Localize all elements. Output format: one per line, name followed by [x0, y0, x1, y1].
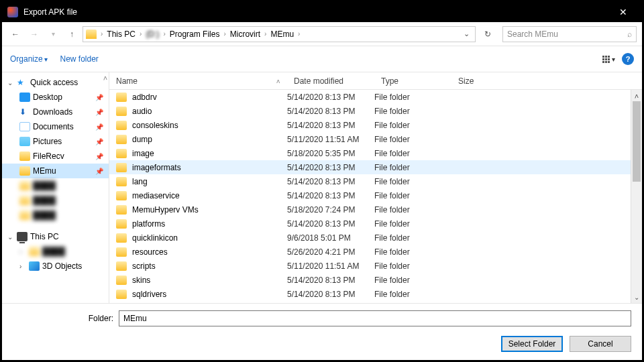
back-button[interactable]: ← — [7, 26, 23, 42]
scrollbar-thumb[interactable] — [633, 101, 641, 182]
address-bar[interactable]: › This PC › (D:) › Program Files › Micro… — [83, 26, 476, 42]
sidebar-item-3d-objects[interactable]: › 3D Objects — [2, 259, 109, 274]
refresh-button[interactable]: ↻ — [480, 29, 496, 39]
file-name: audio — [132, 107, 287, 116]
pin-icon: 📌 — [95, 153, 103, 160]
folder-icon — [86, 29, 97, 39]
navigation-pane: ʌ ⌄ ★ Quick access Desktop 📌 ⬇ Downloads… — [2, 72, 109, 303]
up-button[interactable]: ↑ — [64, 26, 80, 42]
file-type: File folder — [374, 163, 451, 172]
recent-dropdown[interactable]: ▾ — [45, 26, 61, 42]
chevron-right-icon[interactable]: › — [263, 30, 268, 38]
sidebar-item-pictures[interactable]: Pictures 📌 — [2, 134, 109, 149]
file-row[interactable]: mediaservice5/14/2020 8:13 PMFile folder — [109, 188, 642, 202]
folder-name-input[interactable] — [119, 310, 631, 326]
breadcrumb-this-pc[interactable]: This PC — [104, 29, 138, 39]
organize-menu[interactable]: Organize — [10, 54, 48, 64]
column-name[interactable]: Nameʌ — [109, 76, 287, 86]
file-row[interactable]: adbdrv5/14/2020 8:13 PMFile folder — [109, 90, 642, 104]
chevron-right-icon[interactable]: › — [162, 30, 166, 38]
sidebar-item-downloads[interactable]: ⬇ Downloads 📌 — [2, 105, 109, 119]
pin-icon: 📌 — [95, 138, 103, 145]
search-input[interactable]: Search MEmu ⌕ — [502, 26, 637, 42]
close-button[interactable]: ✕ — [610, 7, 637, 17]
export-apk-dialog: Export APK file ✕ ← → ▾ ↑ › This PC › (D… — [2, 2, 642, 360]
file-type: File folder — [374, 135, 451, 144]
folder-icon — [116, 191, 127, 200]
file-type: File folder — [374, 107, 451, 116]
pictures-icon — [19, 137, 30, 146]
file-row[interactable]: platforms5/14/2020 8:13 PMFile folder — [109, 217, 642, 231]
view-options-button[interactable]: ▾ — [602, 56, 615, 63]
help-button[interactable]: ? — [622, 53, 634, 65]
folder-icon — [116, 149, 127, 158]
file-name: adbdrv — [132, 93, 287, 102]
file-type: File folder — [374, 121, 451, 130]
folder-icon — [116, 121, 127, 130]
chevron-right-icon: › — [19, 248, 26, 255]
folder-icon — [116, 177, 127, 186]
file-date: 5/14/2020 8:13 PM — [287, 290, 374, 299]
breadcrumb-microvirt[interactable]: Microvirt — [227, 29, 263, 39]
sidebar-item-desktop[interactable]: Desktop 📌 — [2, 90, 109, 105]
file-name: quicklinkicon — [132, 233, 287, 243]
sidebar-item-memu[interactable]: MEmu 📌 — [2, 164, 109, 178]
vertical-scrollbar[interactable]: ʌ ⌄ — [631, 90, 642, 303]
file-row[interactable]: audio5/14/2020 8:13 PMFile folder — [109, 104, 642, 118]
pin-icon: 📌 — [95, 168, 103, 175]
chevron-right-icon[interactable]: › — [138, 30, 143, 38]
file-row[interactable]: skins5/14/2020 8:13 PMFile folder — [109, 273, 642, 287]
address-dropdown[interactable]: ⌄ — [464, 29, 472, 38]
new-folder-button[interactable]: New folder — [60, 54, 98, 64]
pin-icon: 📌 — [95, 109, 103, 116]
breadcrumb-memu[interactable]: MEmu — [268, 29, 297, 39]
chevron-right-icon[interactable]: › — [99, 30, 104, 38]
file-row[interactable]: image5/18/2020 5:35 PMFile folder — [109, 146, 642, 160]
breadcrumb-program-files[interactable]: Program Files — [167, 29, 223, 39]
file-date: 5/14/2020 8:13 PM — [287, 191, 374, 200]
file-row[interactable]: quicklinkicon9/6/2018 5:01 PMFile folder — [109, 231, 642, 245]
file-row[interactable]: resources5/26/2020 4:21 PMFile folder — [109, 245, 642, 259]
file-date: 5/14/2020 8:13 PM — [287, 163, 374, 172]
sidebar-item-documents[interactable]: Documents 📌 — [2, 119, 109, 134]
column-type[interactable]: Type — [374, 76, 451, 86]
cancel-button[interactable]: Cancel — [570, 336, 631, 352]
select-folder-button[interactable]: Select Folder — [501, 336, 563, 352]
file-type: File folder — [374, 93, 451, 102]
pc-icon — [17, 232, 28, 241]
file-type: File folder — [374, 276, 451, 285]
file-row[interactable]: uninstall5/18/2020 10:55 AMFile folder — [109, 301, 642, 303]
scroll-up-button[interactable]: ʌ — [631, 90, 642, 101]
folder-icon — [116, 219, 127, 229]
folder-icon — [29, 247, 40, 256]
scroll-up-icon[interactable]: ʌ — [103, 74, 107, 81]
file-row[interactable]: scripts5/11/2020 11:51 AMFile folder — [109, 259, 642, 273]
column-date[interactable]: Date modified — [287, 76, 374, 86]
sidebar-quick-access[interactable]: ⌄ ★ Quick access — [2, 75, 109, 90]
breadcrumb-drive[interactable]: (D:) — [143, 29, 162, 39]
chevron-right-icon[interactable]: › — [222, 30, 227, 38]
file-row[interactable]: consoleskins5/14/2020 8:13 PMFile folder — [109, 118, 642, 132]
file-row[interactable]: MemuHyperv VMs5/18/2020 7:24 PMFile fold… — [109, 202, 642, 217]
folder-icon — [116, 107, 127, 116]
file-row[interactable]: imageformats5/14/2020 8:13 PMFile folder — [109, 160, 642, 174]
file-date: 5/14/2020 8:13 PM — [287, 219, 374, 229]
column-size[interactable]: Size — [451, 76, 505, 86]
scroll-down-button[interactable]: ⌄ — [631, 292, 642, 303]
desktop-icon — [19, 93, 30, 102]
chevron-right-icon[interactable]: › — [297, 30, 301, 38]
sidebar-item-hidden[interactable]: ████ — [2, 193, 109, 208]
file-row[interactable]: lang5/14/2020 8:13 PMFile folder — [109, 174, 642, 188]
sidebar-this-pc[interactable]: ⌄ This PC — [2, 229, 109, 244]
chevron-down-icon: ⌄ — [7, 79, 14, 86]
file-row[interactable]: dump5/11/2020 11:51 AMFile folder — [109, 132, 642, 146]
sidebar-item-hidden[interactable]: ████ — [2, 178, 109, 193]
dialog-body: ʌ ⌄ ★ Quick access Desktop 📌 ⬇ Downloads… — [2, 72, 642, 303]
forward-button[interactable]: → — [26, 26, 42, 42]
sidebar-item-hidden[interactable]: ████ — [2, 208, 109, 223]
file-row[interactable]: sqldrivers5/14/2020 8:13 PMFile folder — [109, 287, 642, 301]
sidebar-item-hidden[interactable]: › ████ — [2, 244, 109, 259]
file-type: File folder — [374, 205, 451, 215]
download-icon: ⬇ — [19, 107, 30, 117]
sidebar-item-filerecv[interactable]: FileRecv 📌 — [2, 149, 109, 164]
